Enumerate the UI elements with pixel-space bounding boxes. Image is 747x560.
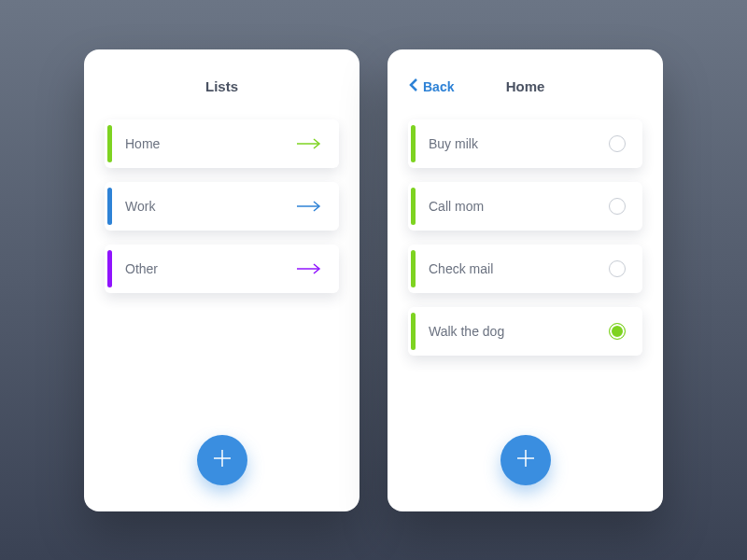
arrow-right-icon xyxy=(296,137,322,150)
task-item[interactable]: Walk the dog xyxy=(408,307,642,356)
list-accent xyxy=(107,188,112,225)
plus-icon xyxy=(515,448,536,472)
list-item-home[interactable]: Home xyxy=(105,119,339,168)
checkbox-icon[interactable] xyxy=(609,198,626,215)
chevron-left-icon xyxy=(408,77,419,95)
task-accent xyxy=(411,188,416,225)
plus-icon xyxy=(212,448,233,472)
list-accent xyxy=(107,250,112,287)
list-label: Work xyxy=(125,199,296,214)
tasks-header: Back Home xyxy=(388,68,663,105)
lists-title: Lists xyxy=(205,78,238,94)
list-item-other[interactable]: Other xyxy=(105,245,339,293)
arrow-right-icon xyxy=(296,262,322,275)
checkbox-checked-icon[interactable] xyxy=(609,323,626,340)
tasks-stack: Buy milk Call mom Check mail Walk the do… xyxy=(388,119,663,356)
lists-panel: Lists Home Work Other xyxy=(84,49,359,511)
checkbox-icon[interactable] xyxy=(609,260,626,277)
list-accent xyxy=(107,125,112,162)
task-accent xyxy=(411,313,416,350)
tasks-title: Home xyxy=(506,78,545,94)
arrow-right-icon xyxy=(296,200,322,213)
task-item[interactable]: Buy milk xyxy=(408,119,642,168)
lists-header: Lists xyxy=(84,68,359,105)
back-label: Back xyxy=(423,79,454,94)
task-accent xyxy=(411,125,416,162)
lists-stack: Home Work Other xyxy=(84,119,359,293)
task-item[interactable]: Check mail xyxy=(408,245,642,293)
checkbox-icon[interactable] xyxy=(609,135,626,152)
add-list-button[interactable] xyxy=(197,435,247,485)
task-label: Call mom xyxy=(429,199,609,214)
task-label: Check mail xyxy=(429,261,609,276)
task-label: Walk the dog xyxy=(429,324,609,339)
back-button[interactable]: Back xyxy=(408,77,454,95)
add-task-button[interactable] xyxy=(500,435,551,485)
list-item-work[interactable]: Work xyxy=(105,182,339,231)
task-item[interactable]: Call mom xyxy=(408,182,642,231)
list-label: Other xyxy=(125,261,296,276)
list-label: Home xyxy=(125,136,296,151)
task-accent xyxy=(411,250,416,287)
task-label: Buy milk xyxy=(429,136,609,151)
tasks-panel: Back Home Buy milk Call mom Check mail W… xyxy=(388,49,663,511)
